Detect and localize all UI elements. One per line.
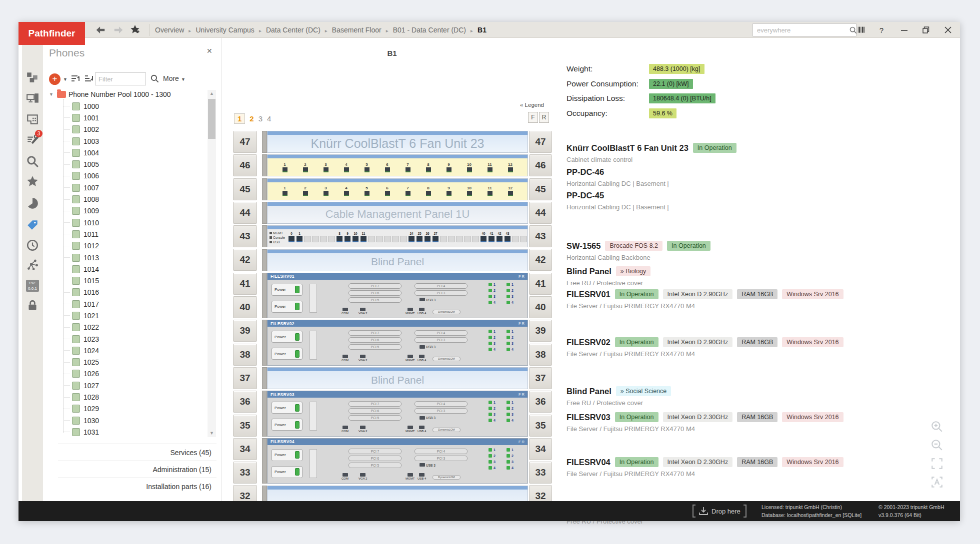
tree-scrollbar[interactable]: ▲ ▼ (208, 90, 216, 437)
forward-icon[interactable] (111, 23, 126, 36)
network-port[interactable]: 2 (488, 289, 496, 292)
network-port[interactable]: 2 (506, 407, 514, 410)
network-port[interactable]: 2 (506, 336, 514, 339)
phone-tree-item[interactable]: 1024 (43, 345, 203, 356)
search-module-icon[interactable] (26, 155, 39, 168)
com-port[interactable]: COM (342, 473, 348, 480)
patch-port[interactable]: 5 (364, 162, 370, 172)
close-button[interactable] (940, 22, 956, 38)
phone-tree-item[interactable]: 1031 (43, 426, 203, 438)
vga-port[interactable]: VGA 2 (358, 308, 367, 315)
equipment-item-filesrv02[interactable]: FILESRV02 In Operation Intel Xeon D 2.90… (566, 337, 876, 358)
sort-ascending-icon[interactable] (70, 74, 82, 86)
network-port[interactable]: 1 (506, 401, 514, 404)
network-port[interactable]: 3 (488, 413, 496, 416)
mgmt-port[interactable]: MGMT (406, 308, 414, 315)
phone-tree-item[interactable]: 1005 (43, 158, 203, 170)
phone-tree-item[interactable]: 1029 (43, 403, 203, 415)
power-button[interactable]: Power (272, 348, 302, 360)
patch-port[interactable]: 10 (467, 186, 472, 196)
switch-port[interactable]: 11 (360, 232, 366, 242)
rack-unit-partial[interactable] (262, 486, 528, 502)
footer-services[interactable]: Services (45) (58, 444, 216, 461)
patch-port[interactable]: 6 (385, 186, 390, 196)
switch-port[interactable]: 42 (496, 232, 502, 242)
patch-port[interactable]: 8 (426, 186, 431, 196)
tab-4[interactable]: 4 (267, 114, 271, 123)
phone-tree-item[interactable]: 1028 (43, 391, 203, 403)
filter-search-icon[interactable] (150, 74, 160, 85)
switch-port[interactable]: 27 (432, 232, 438, 242)
ip-address-icon[interactable]: 192.0.0.1 (26, 279, 39, 292)
phone-tree-item[interactable]: 1006 (43, 170, 203, 182)
patch-port[interactable]: 9 (446, 186, 452, 196)
minimize-button[interactable] (896, 22, 912, 38)
power-button[interactable]: Power (272, 419, 302, 431)
phone-tree-item[interactable]: 1023 (43, 333, 203, 345)
tab-2[interactable]: 2 (250, 114, 254, 123)
switch-port[interactable]: 0 (288, 232, 294, 242)
search-icon[interactable] (849, 25, 858, 35)
network-port[interactable]: 2 (488, 454, 496, 458)
search-input[interactable] (753, 26, 849, 34)
network-port[interactable]: 1 (506, 330, 514, 333)
network-port[interactable]: 1 (488, 401, 496, 404)
phone-tree-item[interactable]: 1017 (43, 298, 203, 310)
equipment-name[interactable]: FILESRV01 (566, 290, 610, 299)
phone-tree-item[interactable]: 1021 (43, 310, 203, 321)
tag-icon[interactable] (26, 218, 39, 231)
switch-port[interactable]: 8 (336, 232, 342, 242)
network-port[interactable]: 3 (506, 413, 514, 416)
sort-descending-icon[interactable] (84, 74, 95, 86)
add-favorite-icon[interactable] (128, 23, 143, 36)
barcode-scan-icon[interactable] (858, 25, 866, 35)
equipment-item-filesrv01[interactable]: FILESRV01 In Operation Intel Xeon D 2.90… (566, 289, 876, 310)
switch-port[interactable]: 41 (488, 232, 494, 242)
rack-unit-blind-panel[interactable]: Blind Panel (262, 367, 528, 389)
network-port[interactable]: 4 (488, 466, 496, 470)
usb4-port[interactable]: USB 4 (418, 473, 426, 480)
clock-icon[interactable] (26, 239, 39, 252)
network-port[interactable]: 1 (506, 448, 514, 452)
breadcrumb-item[interactable]: University Campus (196, 26, 266, 34)
breadcrumb-item[interactable]: Basement Floor (332, 26, 393, 34)
phone-tree-item[interactable]: 1012 (43, 240, 203, 252)
footer-administration[interactable]: Administration (15) (58, 461, 216, 478)
network-port[interactable]: 4 (488, 419, 496, 422)
pie-chart-icon[interactable] (26, 197, 39, 210)
equipment-name[interactable]: Blind Panel (566, 387, 612, 396)
phone-tree-item[interactable]: 1025 (43, 357, 203, 368)
vga-port[interactable]: VGA 2 (358, 473, 367, 480)
phone-tree-item[interactable]: 1010 (43, 217, 203, 228)
usb4-port[interactable]: USB 4 (418, 355, 426, 362)
scrollbar-thumb[interactable] (208, 99, 216, 139)
tools-icon[interactable]: 3 (26, 133, 39, 146)
rack-unit-fan[interactable]: Knürr CoolBlastT 6 Fan Unit 23 (262, 131, 528, 153)
usb3-port[interactable]: USB 3 (420, 416, 436, 420)
patch-port[interactable]: 3 (324, 186, 328, 196)
back-icon[interactable] (93, 23, 108, 36)
breadcrumb-item[interactable]: Data Center (DC) (266, 26, 332, 34)
phone-tree-item[interactable]: 1026 (43, 368, 203, 380)
mgmt-port[interactable]: MGMT (406, 355, 414, 362)
phone-tree-item[interactable]: 1011 (43, 228, 203, 240)
phone-tree-item[interactable]: 1007 (43, 182, 203, 193)
rack-unit-cable-management[interactable]: Cable Management Panel 1U (262, 202, 528, 224)
mgmt-port[interactable]: MGMT (406, 426, 414, 433)
tab-1[interactable]: 1 (234, 113, 245, 124)
com-port[interactable]: COM (342, 308, 348, 315)
network-port[interactable]: 3 (506, 342, 514, 345)
usb3-port[interactable]: USB 3 (420, 463, 436, 467)
power-button[interactable]: Power (272, 402, 302, 414)
phone-tree-item[interactable]: 1001 (43, 112, 203, 123)
network-port[interactable]: 1 (506, 283, 514, 286)
tab-3[interactable]: 3 (258, 114, 262, 123)
power-button[interactable]: Power (272, 284, 302, 296)
power-button[interactable]: Power (272, 301, 302, 313)
lock-icon[interactable] (26, 299, 39, 312)
usb4-port[interactable]: USB 4 (418, 308, 426, 315)
phone-tree-item[interactable]: 1016 (43, 287, 203, 298)
switch-port[interactable]: 24 (408, 232, 414, 242)
breadcrumb-item[interactable]: B01 - Data Center (DC) (393, 26, 478, 34)
switch-port[interactable]: 1 (296, 232, 302, 242)
